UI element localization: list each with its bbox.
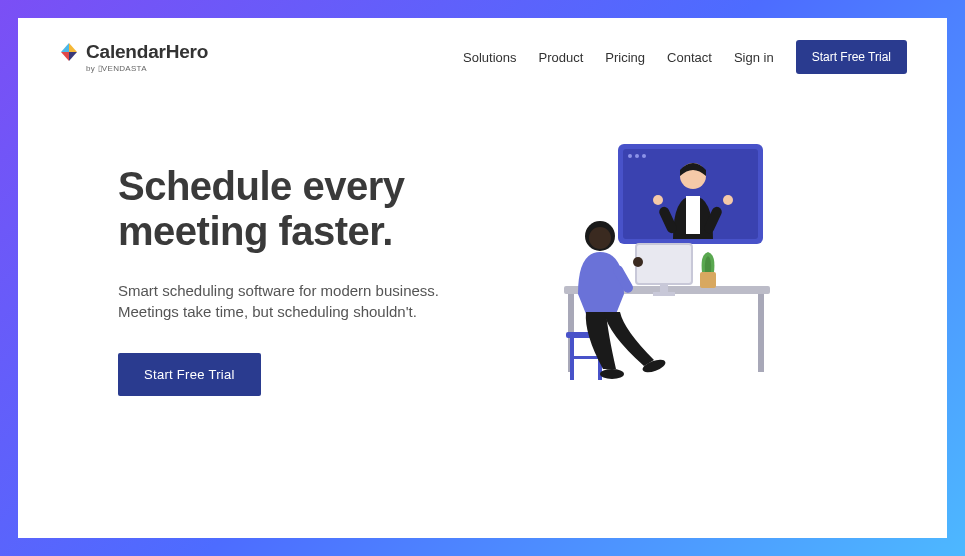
svg-marker-0 bbox=[61, 43, 69, 52]
calendarhero-logo-icon bbox=[58, 41, 80, 63]
hero-title: Schedule every meeting faster. bbox=[118, 164, 478, 254]
nav-pricing[interactable]: Pricing bbox=[605, 50, 645, 65]
hero-illustration bbox=[508, 134, 907, 418]
nav: Solutions Product Pricing Contact Sign i… bbox=[463, 40, 907, 74]
svg-point-14 bbox=[723, 195, 733, 205]
svg-rect-18 bbox=[636, 244, 692, 284]
svg-rect-21 bbox=[700, 272, 716, 288]
header: CalendarHero by ▯VENDASTA Solutions Prod… bbox=[18, 18, 947, 74]
svg-point-7 bbox=[635, 154, 639, 158]
svg-marker-2 bbox=[61, 52, 69, 61]
hero-text-column: Schedule every meeting faster. Smart sch… bbox=[118, 164, 478, 396]
svg-point-29 bbox=[633, 257, 643, 267]
brand-name: CalendarHero bbox=[86, 41, 208, 63]
svg-point-27 bbox=[589, 227, 611, 249]
nav-solutions[interactable]: Solutions bbox=[463, 50, 516, 65]
svg-marker-3 bbox=[69, 52, 77, 61]
svg-point-13 bbox=[653, 195, 663, 205]
svg-point-30 bbox=[600, 369, 624, 379]
hero-subtitle: Smart scheduling software for modern bus… bbox=[118, 280, 478, 324]
logo-row: CalendarHero bbox=[58, 41, 208, 63]
nav-contact[interactable]: Contact bbox=[667, 50, 712, 65]
meeting-illustration-icon bbox=[508, 134, 788, 414]
nav-product[interactable]: Product bbox=[539, 50, 584, 65]
svg-rect-20 bbox=[653, 292, 675, 296]
svg-point-8 bbox=[642, 154, 646, 158]
logo-block[interactable]: CalendarHero by ▯VENDASTA bbox=[58, 41, 208, 73]
svg-rect-19 bbox=[660, 284, 668, 292]
svg-marker-1 bbox=[69, 43, 77, 52]
header-start-free-trial-button[interactable]: Start Free Trial bbox=[796, 40, 907, 74]
svg-point-6 bbox=[628, 154, 632, 158]
svg-rect-17 bbox=[758, 294, 764, 372]
page: CalendarHero by ▯VENDASTA Solutions Prod… bbox=[18, 18, 947, 538]
hero: Schedule every meeting faster. Smart sch… bbox=[18, 74, 947, 418]
hero-start-free-trial-button[interactable]: Start Free Trial bbox=[118, 353, 261, 396]
brand-byline: by ▯VENDASTA bbox=[86, 64, 147, 73]
nav-signin[interactable]: Sign in bbox=[734, 50, 774, 65]
